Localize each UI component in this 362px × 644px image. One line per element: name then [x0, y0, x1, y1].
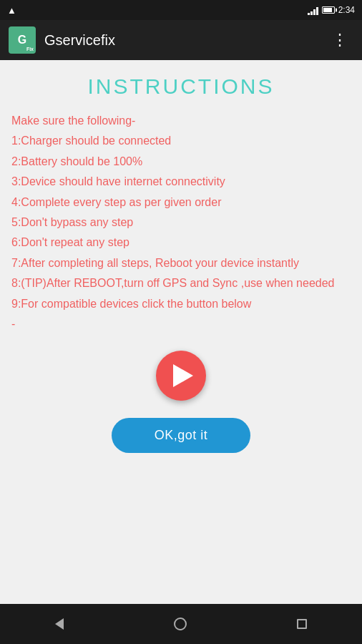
android-icon: ▲ — [7, 5, 16, 16]
intro-text: Make sure the following- — [11, 112, 351, 130]
action-button-container — [11, 351, 351, 401]
nav-home-button[interactable] — [160, 610, 201, 638]
app-bar: G Fix Gservicefix ⋮ — [0, 20, 362, 60]
send-icon — [173, 364, 193, 387]
signal-bar-3 — [313, 9, 315, 15]
instructions-text: Make sure the following- 1:Charger shoul… — [11, 112, 351, 333]
status-left: ▲ — [7, 5, 16, 16]
signal-bar-4 — [316, 7, 318, 15]
nav-bar — [0, 604, 362, 644]
step-1: 1:Charger should be connected — [11, 132, 351, 150]
step-6: 6:Don't repeat any step — [11, 233, 351, 252]
battery-fill — [323, 8, 333, 12]
page-title: INSTRUCTIONS — [11, 74, 351, 99]
step-9: 9:For compatible devices click the butto… — [11, 295, 351, 313]
overflow-menu-button[interactable]: ⋮ — [326, 26, 353, 54]
step-2: 2:Battery should be 100% — [11, 152, 351, 171]
step-4: 4:Complete every step as per given order — [11, 193, 351, 212]
step-5: 5:Don't bypass any step — [11, 213, 351, 232]
status-bar: ▲ 2:34 — [0, 0, 362, 20]
signal-bar-1 — [308, 13, 310, 15]
send-button[interactable] — [156, 351, 206, 401]
step-3: 3:Device should have internet connectivi… — [11, 172, 351, 191]
main-content: INSTRUCTIONS Make sure the following- 1:… — [0, 60, 362, 604]
battery-icon — [322, 6, 335, 14]
ok-button-container: OK,got it — [11, 418, 351, 453]
home-icon — [174, 618, 187, 630]
step-dash: - — [11, 315, 351, 333]
app-logo: G Fix — [9, 26, 36, 54]
nav-recent-button[interactable] — [283, 612, 321, 636]
signal-bar-2 — [310, 11, 313, 15]
status-right: 2:34 — [308, 5, 355, 15]
app-title: Gservicefix — [44, 32, 326, 49]
ok-got-it-button[interactable]: OK,got it — [112, 418, 251, 453]
nav-back-button[interactable] — [41, 611, 78, 637]
status-time: 2:34 — [338, 5, 355, 15]
back-icon — [55, 618, 64, 630]
step-7: 7:After completing all steps, Reboot you… — [11, 254, 351, 273]
step-8: 8:(TIP)After REBOOT,turn off GPS and Syn… — [11, 274, 351, 293]
signal-bars — [308, 5, 318, 15]
recent-icon — [297, 619, 307, 629]
